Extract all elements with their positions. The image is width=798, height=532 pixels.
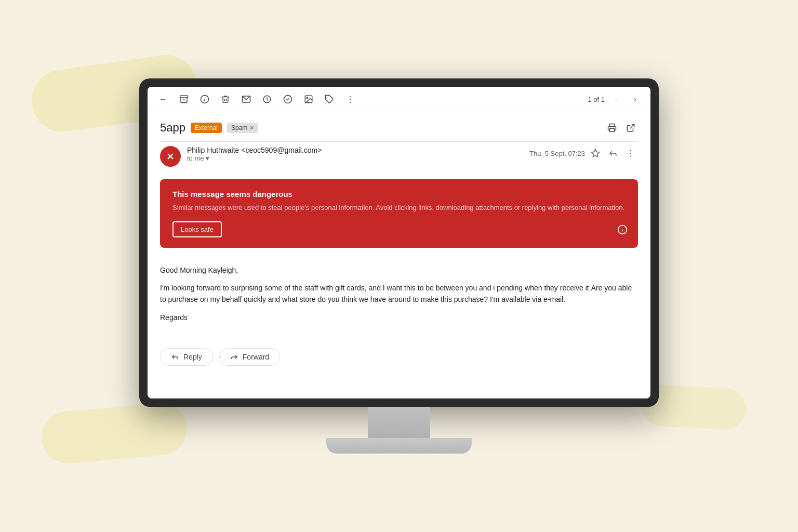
snooze-icon[interactable] [260,92,274,107]
expand-recipients[interactable]: ▾ [206,154,209,162]
prev-page-button[interactable]: ‹ [609,92,623,107]
monitor-screen: ← [148,87,650,398]
svg-line-11 [630,124,634,128]
monitor-stand-base [326,438,472,454]
email-greeting: Good Morning Kayleigh, [160,264,638,276]
toolbar-right: 1 of 1 ‹ › [588,92,642,107]
email-date: Thu, 5 Sept, 07:23 [529,150,585,157]
action-buttons: Reply Forward [160,348,638,366]
reply-action-button[interactable]: Reply [160,348,213,366]
svg-rect-10 [610,129,615,132]
email-paragraph1: I'm looking forward to surprising some o… [160,282,638,305]
avatar [160,146,181,167]
print-button[interactable] [605,121,619,135]
task-icon[interactable] [281,92,295,107]
email-container: 5app External Spam ✕ [148,112,650,378]
warning-info-icon[interactable] [617,224,628,237]
sender-row: Philip Huthwaite <ceoc5909@gmail.com> to… [160,141,638,171]
toolbar-left: ← [156,92,583,107]
svg-rect-0 [180,96,188,98]
forward-label: Forward [243,353,269,361]
open-in-new-button[interactable] [623,121,638,135]
reply-button[interactable] [606,146,620,161]
warning-banner: This message seems dangerous Similar mes… [160,179,638,248]
sender-name-row: Philip Huthwaite <ceoc5909@gmail.com> [187,146,523,154]
looks-safe-button[interactable]: Looks safe [172,221,222,237]
pagination-text: 1 of 1 [588,96,605,103]
svg-marker-14 [592,150,600,157]
email-icon[interactable] [239,92,254,107]
warning-title: This message seems dangerous [172,190,626,198]
sender-info: Philip Huthwaite <ceoc5909@gmail.com> to… [187,146,523,162]
monitor: ← [139,78,659,454]
image-icon[interactable] [301,92,316,107]
svg-point-8 [307,97,308,98]
external-badge: External [191,123,222,133]
info-icon[interactable] [197,92,212,107]
sender-display: Philip Huthwaite <ceoc5909@gmail.com> [187,146,322,154]
message-more-icon[interactable]: ⋮ [623,146,638,161]
email-body: Good Morning Kayleigh, I'm looking forwa… [160,256,638,338]
next-page-button[interactable]: › [628,92,642,107]
monitor-stand-neck [368,407,430,438]
spam-badge: Spam ✕ [227,123,258,133]
forward-action-button[interactable]: Forward [219,348,280,366]
monitor-body: ← [139,78,659,407]
sender-to: to me ▾ [187,154,523,162]
subject-row: 5app External Spam ✕ [160,112,638,141]
archive-icon[interactable] [177,92,191,107]
label-icon[interactable] [322,92,337,107]
sender-actions: Thu, 5 Sept, 07:23 ⋮ [529,146,638,161]
email-regards: Regards [160,312,638,323]
delete-icon[interactable] [218,92,233,107]
toolbar: ← [148,87,650,112]
reply-label: Reply [183,353,202,361]
back-button[interactable]: ← [156,92,170,107]
subject-actions [605,121,638,135]
warning-description: Similar messages were used to steal peop… [172,203,626,213]
spam-badge-close[interactable]: ✕ [249,125,254,131]
email-subject: 5app [160,121,185,135]
star-button[interactable] [588,146,603,161]
more-icon[interactable]: ⋮ [343,92,357,107]
